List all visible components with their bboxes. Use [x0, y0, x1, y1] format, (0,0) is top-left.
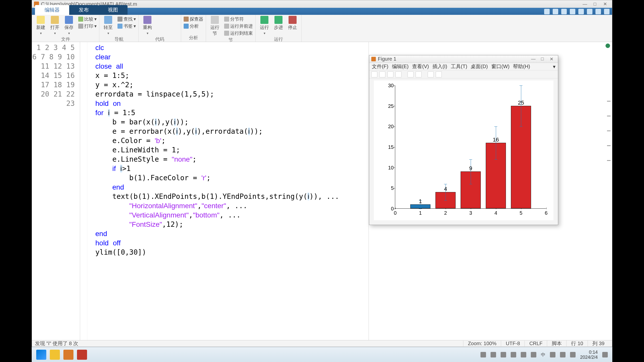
- quick-access-toolbar: [544, 8, 610, 15]
- y-tick-label: 20: [384, 124, 394, 129]
- status-eol[interactable]: CRLF: [525, 341, 547, 346]
- figure-icon: [371, 57, 376, 61]
- tray-notifications-icon[interactable]: [602, 352, 608, 357]
- qa-save-icon[interactable]: [544, 9, 550, 14]
- open-button[interactable]: 打开: [49, 16, 61, 36]
- save-button[interactable]: 保存: [63, 16, 75, 36]
- y-tick-label: 30: [384, 83, 394, 88]
- figure-titlebar[interactable]: Figure 1 — □ ✕: [369, 55, 558, 63]
- tray-mic-icon[interactable]: [531, 352, 536, 357]
- step-button[interactable]: 步进: [272, 16, 285, 30]
- tab-editor[interactable]: 编辑器: [35, 5, 69, 15]
- fig-cursor-icon[interactable]: [428, 71, 434, 77]
- status-filetype: 脚本: [547, 340, 566, 347]
- compare-button[interactable]: 比较 ▾: [78, 16, 97, 22]
- section-break-button[interactable]: 分节符: [224, 16, 253, 22]
- x-tick-label: 4: [494, 210, 497, 216]
- qa-cut-icon[interactable]: [553, 9, 558, 14]
- figure-menu-item[interactable]: 窗口(W): [491, 63, 509, 70]
- figure-menu-item[interactable]: 桌面(D): [471, 63, 488, 70]
- tray-wifi-icon[interactable]: [550, 352, 555, 357]
- fig-print-icon[interactable]: [395, 71, 401, 77]
- figure-minimize-button[interactable]: —: [529, 56, 538, 62]
- tray-network-icon[interactable]: [521, 352, 526, 357]
- taskbar-app-2[interactable]: [77, 350, 87, 360]
- tab-publish[interactable]: 发布: [69, 5, 98, 15]
- print-button[interactable]: 打印 ▾: [78, 23, 97, 29]
- qa-help-icon[interactable]: [595, 9, 601, 14]
- errorbar-cap: [519, 85, 522, 86]
- tab-view[interactable]: 视图: [98, 5, 128, 15]
- tray-icon[interactable]: [501, 352, 506, 357]
- ribbon-group-nav: 转至 查找 ▾ 书签 ▾ 导航: [99, 15, 139, 42]
- figure-menu-overflow-icon[interactable]: ▾: [553, 64, 555, 70]
- qa-copy-icon[interactable]: [561, 9, 567, 14]
- qa-login-icon[interactable]: [604, 9, 610, 14]
- toolstrip-tabs: 编辑器 发布 视图: [32, 8, 612, 15]
- errorbar: [496, 126, 496, 159]
- refactor-button[interactable]: 重构: [141, 16, 154, 36]
- y-tick-label: 10: [384, 165, 394, 170]
- axes[interactable]: 05101520253001234561491625: [395, 85, 546, 209]
- data-label: 9: [469, 165, 472, 172]
- close-button[interactable]: ✕: [600, 1, 610, 7]
- tray-clock[interactable]: 0:142024/2/4: [580, 350, 598, 360]
- fig-grid-icon[interactable]: [436, 71, 442, 77]
- statusbar: 发现 "i" 使用了 8 次 Zoom: 100% UTF-8 CRLF 脚本 …: [32, 340, 612, 347]
- fig-open-icon[interactable]: [379, 71, 385, 77]
- fig-link-icon[interactable]: [408, 71, 414, 77]
- figure-close-button[interactable]: ✕: [547, 56, 556, 62]
- analyze-button[interactable]: 分析: [184, 23, 203, 29]
- ribbon-group-analyze: 探查器 分析 分析: [181, 15, 206, 42]
- minimize-button[interactable]: —: [580, 1, 590, 7]
- maximize-button[interactable]: □: [590, 1, 600, 7]
- windows-taskbar[interactable]: 中 0:142024/2/4: [32, 347, 612, 362]
- qa-redo-icon[interactable]: [587, 9, 592, 14]
- figure-toolbar: [369, 70, 558, 78]
- figure-menu-item[interactable]: 插入(I): [432, 63, 447, 70]
- stop-button[interactable]: 停止: [286, 16, 299, 30]
- run-section-button[interactable]: 运行 节: [209, 16, 221, 36]
- start-button[interactable]: [36, 350, 46, 360]
- tray-icon[interactable]: [480, 352, 486, 357]
- figure-maximize-button[interactable]: □: [538, 56, 547, 62]
- figure-menu-item[interactable]: 文件(F): [372, 63, 388, 70]
- goto-button[interactable]: 转至: [102, 16, 114, 36]
- errorbar: [471, 159, 471, 184]
- new-button[interactable]: 新建: [34, 16, 47, 36]
- tray-icon[interactable]: [491, 352, 496, 357]
- qa-paste-icon[interactable]: [570, 9, 575, 14]
- figure-menu-item[interactable]: 编辑(E): [392, 63, 409, 70]
- errorbar-cap: [469, 159, 472, 160]
- data-label: 25: [518, 100, 524, 106]
- run-button[interactable]: 运行: [258, 16, 271, 36]
- tray-volume-icon[interactable]: [560, 352, 566, 357]
- fig-insert-icon[interactable]: [416, 71, 422, 77]
- tray-ime[interactable]: 中: [541, 352, 545, 358]
- figure-menu-item[interactable]: 工具(T): [451, 63, 467, 70]
- tray-battery-icon[interactable]: [570, 352, 576, 357]
- errorbar: [521, 85, 521, 126]
- profiler-button[interactable]: 探查器: [184, 16, 203, 22]
- y-tick-label: 0: [384, 206, 394, 212]
- code-ok-indicator: [606, 43, 610, 48]
- bookmark-button[interactable]: 书签 ▾: [117, 23, 136, 29]
- taskbar-app-1[interactable]: [50, 350, 60, 360]
- figure-menubar: 文件(F)编辑(E)查看(V)插入(I)工具(T)桌面(D)窗口(W)帮助(H)…: [369, 63, 558, 70]
- system-tray: 中 0:142024/2/4: [480, 350, 608, 360]
- tray-cloud-icon[interactable]: [511, 352, 516, 357]
- taskbar-matlab-icon[interactable]: [63, 350, 73, 360]
- fig-new-icon[interactable]: [371, 71, 377, 77]
- qa-undo-icon[interactable]: [578, 9, 584, 14]
- run-to-end-button[interactable]: 运行到结束: [224, 30, 253, 36]
- run-advance-button[interactable]: 运行并前进: [224, 23, 253, 29]
- status-line: 行 10: [566, 340, 588, 347]
- figure-window[interactable]: Figure 1 — □ ✕ 文件(F)编辑(E)查看(V)插入(I)工具(T)…: [369, 55, 558, 225]
- figure-menu-item[interactable]: 帮助(H): [513, 63, 530, 70]
- find-button[interactable]: 查找 ▾: [117, 16, 136, 22]
- x-tick-label: 5: [519, 210, 522, 216]
- status-zoom[interactable]: Zoom: 100%: [463, 341, 501, 346]
- figure-menu-item[interactable]: 查看(V): [412, 63, 429, 70]
- fig-save-icon[interactable]: [387, 71, 393, 77]
- status-encoding[interactable]: UTF-8: [501, 341, 525, 346]
